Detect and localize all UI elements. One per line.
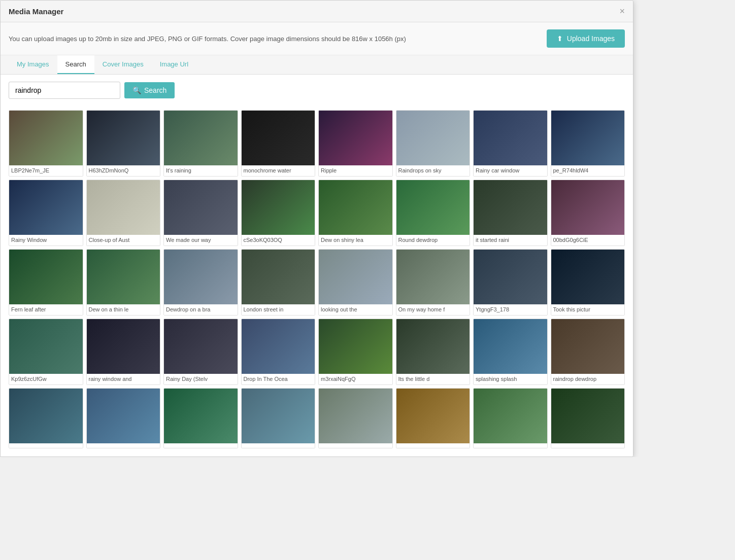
- gallery-item-label: [9, 443, 83, 448]
- gallery-item[interactable]: splashing splash: [473, 319, 548, 385]
- gallery-item-label: [164, 443, 238, 448]
- window-title: Media Manager: [9, 7, 63, 16]
- gallery-item-label: m3rxaiNqFgQ: [319, 374, 392, 384]
- gallery-item[interactable]: monochrome water: [241, 110, 316, 177]
- gallery-thumbnail: [474, 180, 547, 235]
- gallery-item[interactable]: pe_R74hldW4: [551, 110, 625, 177]
- gallery-item-label: looking out the: [319, 304, 392, 315]
- gallery-thumbnail: [164, 319, 238, 374]
- gallery-item[interactable]: Rainy car window: [473, 110, 548, 177]
- gallery-item-label: We made our way: [164, 235, 238, 246]
- gallery-item[interactable]: [473, 388, 548, 448]
- gallery-item[interactable]: YtgngF3_178: [473, 249, 548, 316]
- gallery-item[interactable]: [86, 388, 161, 448]
- gallery-item[interactable]: [551, 388, 625, 448]
- gallery-thumbnail: [319, 319, 392, 374]
- tab-cover-images[interactable]: Cover Images: [94, 55, 152, 74]
- close-button[interactable]: ×: [619, 7, 625, 16]
- tabs-bar: My Images Search Cover Images Image Url: [1, 55, 633, 75]
- gallery-thumbnail: [474, 389, 547, 443]
- gallery-thumbnail: [551, 180, 625, 235]
- gallery-thumbnail: [474, 319, 547, 374]
- gallery-item-label: Drop In The Ocea: [242, 374, 315, 384]
- gallery-thumbnail: [319, 180, 392, 235]
- upload-button-label: Upload Images: [567, 34, 615, 43]
- search-bar: 🔍 Search: [1, 75, 633, 106]
- gallery-item[interactable]: [318, 388, 393, 448]
- search-button[interactable]: 🔍 Search: [124, 82, 175, 98]
- gallery-item[interactable]: We made our way: [163, 180, 238, 246]
- gallery-thumbnail: [474, 250, 547, 304]
- gallery-item[interactable]: raindrop dewdrop: [551, 319, 625, 385]
- gallery-item[interactable]: Dew on a thin le: [86, 249, 161, 316]
- gallery-item[interactable]: Close-up of Aust: [86, 180, 161, 246]
- upload-icon: ⬆: [557, 34, 563, 43]
- gallery-item-label: Ripple: [319, 165, 392, 176]
- tab-image-url[interactable]: Image Url: [152, 55, 196, 74]
- gallery-item-label: Took this pictur: [551, 304, 625, 315]
- gallery-thumbnail: [242, 319, 315, 374]
- gallery-item[interactable]: Drop In The Ocea: [241, 319, 316, 385]
- gallery-item[interactable]: Kp9z6zcUfGw: [9, 319, 83, 385]
- gallery-item[interactable]: 00bdG0g6CiE: [551, 180, 625, 246]
- gallery-thumbnail: [319, 389, 392, 443]
- gallery-item-label: splashing splash: [474, 374, 547, 384]
- gallery-item[interactable]: It's raining: [163, 110, 238, 177]
- gallery-item-label: Dewdrop on a bra: [164, 304, 238, 315]
- gallery-thumbnail: [87, 111, 160, 165]
- gallery-item[interactable]: Its the little d: [396, 319, 471, 385]
- gallery-item[interactable]: Rainy Day (Stelv: [163, 319, 238, 385]
- gallery-thumbnail: [9, 250, 83, 304]
- gallery-item-label: London street in: [242, 304, 315, 315]
- gallery-item[interactable]: Raindrops on sky: [396, 110, 471, 177]
- gallery-item[interactable]: looking out the: [318, 249, 393, 316]
- gallery-item[interactable]: [396, 388, 471, 448]
- gallery-item-label: Dew on shiny lea: [319, 235, 392, 246]
- gallery-item[interactable]: [163, 388, 238, 448]
- gallery-item[interactable]: m3rxaiNqFgQ: [318, 319, 393, 385]
- gallery-thumbnail: [87, 250, 160, 304]
- gallery-item[interactable]: rainy window and: [86, 319, 161, 385]
- upload-images-button[interactable]: ⬆ Upload Images: [547, 29, 625, 48]
- gallery-thumbnail: [164, 389, 238, 443]
- gallery-thumbnail: [551, 319, 625, 374]
- gallery-thumbnail: [9, 389, 83, 443]
- tab-search[interactable]: Search: [57, 55, 94, 74]
- tab-my-images[interactable]: My Images: [9, 55, 57, 74]
- gallery-item[interactable]: cSe3oKQ03OQ: [241, 180, 316, 246]
- gallery-item[interactable]: Fern leaf after: [9, 249, 83, 316]
- gallery-thumbnail: [242, 389, 315, 443]
- gallery-item-label: rainy window and: [87, 374, 160, 384]
- gallery-thumbnail: [9, 180, 83, 235]
- gallery-item[interactable]: On my way home f: [396, 249, 471, 316]
- gallery-item-label: raindrop dewdrop: [551, 374, 625, 384]
- gallery-item[interactable]: Round dewdrop: [396, 180, 471, 246]
- gallery-item[interactable]: it started raini: [473, 180, 548, 246]
- gallery-item[interactable]: London street in: [241, 249, 316, 316]
- gallery-item[interactable]: Dewdrop on a bra: [163, 249, 238, 316]
- gallery-item-label: Close-up of Aust: [87, 235, 160, 246]
- gallery-thumbnail: [242, 180, 315, 235]
- gallery-item-label: [474, 443, 547, 448]
- gallery-item-label: Rainy Window: [9, 235, 83, 246]
- search-input[interactable]: [9, 82, 120, 99]
- gallery-item[interactable]: Took this pictur: [551, 249, 625, 316]
- gallery-item[interactable]: LBP2Ne7m_JE: [9, 110, 83, 177]
- gallery-item-label: On my way home f: [396, 304, 470, 315]
- gallery-item[interactable]: [241, 388, 316, 448]
- gallery-item-label: [319, 443, 392, 448]
- gallery-thumbnail: [242, 111, 315, 165]
- gallery-item[interactable]: Ripple: [318, 110, 393, 177]
- gallery-item[interactable]: Dew on shiny lea: [318, 180, 393, 246]
- gallery-thumbnail: [164, 250, 238, 304]
- gallery-item[interactable]: H63hZDmNonQ: [86, 110, 161, 177]
- gallery-item-label: Kp9z6zcUfGw: [9, 374, 83, 384]
- gallery-item[interactable]: [9, 388, 83, 448]
- gallery-thumbnail: [396, 389, 470, 443]
- gallery-item[interactable]: Rainy Window: [9, 180, 83, 246]
- gallery-item-label: cSe3oKQ03OQ: [242, 235, 315, 246]
- search-button-label: Search: [144, 86, 166, 94]
- gallery-item-label: It's raining: [164, 165, 238, 176]
- gallery-item-label: monochrome water: [242, 165, 315, 176]
- gallery-item-label: H63hZDmNonQ: [87, 165, 160, 176]
